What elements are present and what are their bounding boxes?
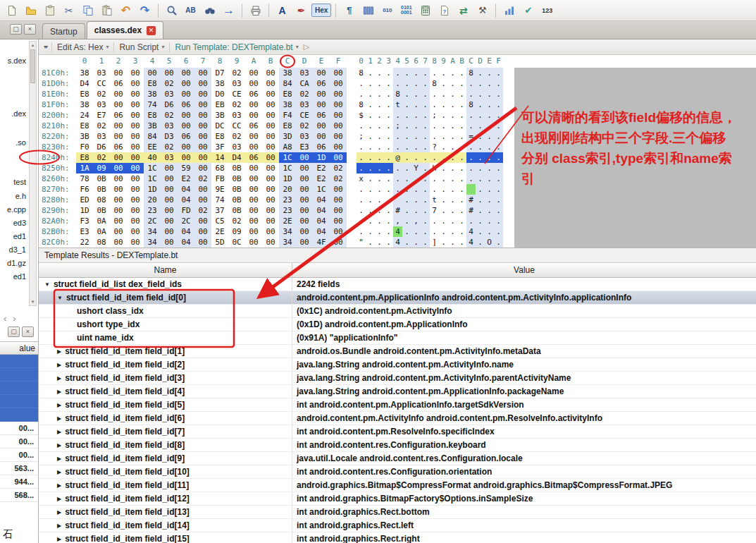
tree-collapsed-icon[interactable]: ▶ (57, 523, 61, 529)
template-row[interactable]: ▶struct field_id_item field_id[2]java.la… (39, 358, 756, 372)
hex-byte[interactable]: E2 (313, 173, 330, 184)
ascii-char[interactable]: # (466, 195, 476, 205)
ascii-char[interactable]: 8 (430, 78, 439, 89)
hex-byte[interactable]: 00 (110, 163, 127, 173)
hex-byte[interactable]: 00 (194, 142, 211, 152)
ascii-char[interactable]: . (357, 195, 366, 205)
hex-byte[interactable]: 06 (110, 110, 127, 121)
hex-byte[interactable]: 00 (313, 68, 330, 78)
ascii-char[interactable]: . (485, 89, 494, 99)
ascii-char[interactable]: . (384, 78, 393, 89)
hex-byte[interactable]: 38 (76, 68, 93, 78)
tree-collapsed-icon[interactable]: ▶ (57, 442, 61, 449)
hex-byte[interactable]: 00 (262, 226, 279, 237)
ascii-char[interactable]: . (366, 195, 375, 205)
hex-byte[interactable]: 00 (194, 195, 211, 205)
hex-byte[interactable]: 1D (279, 173, 296, 184)
ascii-char[interactable]: . (411, 152, 421, 163)
ascii-char[interactable]: 4 (393, 226, 402, 237)
hex-byte[interactable]: 02 (228, 216, 245, 226)
value-row[interactable]: 568... (0, 489, 38, 502)
hex-byte[interactable]: 00 (245, 163, 262, 173)
ascii-char[interactable]: . (494, 131, 503, 142)
hex-byte[interactable]: 00 (194, 131, 211, 142)
hex-byte[interactable]: 00 (245, 110, 262, 121)
ascii-char[interactable]: . (430, 121, 439, 131)
sort-123-icon[interactable]: 123 (538, 2, 556, 19)
ascii-char[interactable]: . (357, 142, 366, 152)
hex-byte[interactable]: D4 (228, 152, 245, 163)
hex-byte[interactable]: 00 (245, 226, 262, 237)
panel-menu-icon[interactable]: ▾▾ (44, 44, 47, 50)
cut-icon[interactable]: ✂ (60, 2, 78, 19)
ascii-char[interactable]: . (466, 121, 476, 131)
hex-byte[interactable]: 0B (228, 205, 245, 216)
ascii-char[interactable]: . (466, 216, 476, 226)
ascii-char[interactable]: . (375, 163, 384, 173)
ascii-char[interactable]: . (411, 89, 421, 99)
hex-byte[interactable]: E8 (279, 121, 296, 131)
check-edit-icon[interactable]: ✔ (519, 2, 537, 19)
hex-byte[interactable]: D6 (93, 142, 110, 152)
hex-byte[interactable]: 00 (161, 195, 178, 205)
ascii-char[interactable] (466, 184, 476, 195)
ascii-char[interactable]: . (375, 184, 384, 195)
hex-byte[interactable]: 00 (127, 78, 144, 89)
ascii-char[interactable]: 8 (357, 99, 366, 110)
hex-byte[interactable]: E8 (144, 110, 161, 121)
hex-byte[interactable]: 00 (262, 184, 279, 195)
ascii-char[interactable] (393, 195, 402, 205)
ascii-char[interactable]: . (375, 131, 384, 142)
ascii-char[interactable]: . (439, 226, 448, 237)
hex-byte[interactable]: 02 (93, 89, 110, 99)
hex-byte[interactable]: 00 (178, 68, 194, 78)
hex-byte[interactable]: 03 (296, 68, 313, 78)
tree-expanded-icon[interactable]: ▼ (44, 281, 50, 288)
ascii-char[interactable]: . (430, 173, 439, 184)
hex-byte[interactable]: 00 (262, 163, 279, 173)
hex-byte[interactable]: E7 (93, 110, 110, 121)
hex-byte[interactable]: 40 (144, 152, 161, 163)
hex-byte[interactable]: E3 (76, 226, 93, 237)
hex-byte[interactable]: 00 (194, 89, 211, 99)
template-row[interactable]: ▶struct field_id_item field_id[6]android… (39, 412, 756, 425)
ascii-char[interactable]: . (375, 173, 384, 184)
hex-byte[interactable]: 02 (161, 142, 178, 152)
hex-byte[interactable]: 03 (228, 78, 245, 89)
scroll-up-icon[interactable]: ▲ (30, 42, 36, 49)
ascii-char[interactable]: . (357, 163, 366, 173)
ascii-char[interactable]: . (411, 142, 421, 152)
ascii-char[interactable]: . (485, 121, 494, 131)
value-row[interactable]: 00... (0, 422, 38, 435)
template-row[interactable]: ▼struct field_id_item field_id[0]android… (39, 291, 756, 305)
ascii-char[interactable]: 8 (393, 89, 402, 99)
ascii-char[interactable]: @ (393, 152, 402, 163)
ascii-char[interactable]: . (439, 99, 448, 110)
hex-byte[interactable]: D4 (76, 78, 93, 89)
ascii-char[interactable]: . (476, 216, 485, 226)
ascii-char[interactable]: . (457, 99, 466, 110)
file-list-item[interactable]: ed3 (13, 219, 26, 227)
hex-byte[interactable]: 00 (127, 68, 144, 78)
ascii-char[interactable]: . (357, 226, 366, 237)
ascii-char[interactable]: . (366, 78, 375, 89)
ascii-char[interactable]: . (384, 237, 393, 248)
ascii-char[interactable]: . (421, 173, 430, 184)
hex-byte[interactable]: 0B (228, 184, 245, 195)
hex-byte[interactable]: 00 (313, 131, 330, 142)
ascii-char[interactable]: 4 (393, 237, 402, 248)
hex-byte[interactable]: 00 (127, 89, 144, 99)
new-file-icon[interactable] (3, 2, 20, 19)
hex-byte[interactable]: 00 (110, 205, 127, 216)
hex-byte[interactable]: 03 (93, 131, 110, 142)
hex-byte[interactable]: 04 (178, 226, 194, 237)
hex-byte[interactable]: 34 (279, 226, 296, 237)
ascii-char[interactable]: . (448, 89, 457, 99)
ascii-char[interactable]: . (494, 68, 503, 78)
hex-byte[interactable]: 00 (262, 195, 279, 205)
hex-byte[interactable]: 1C (144, 163, 161, 173)
hex-byte[interactable]: 37 (211, 205, 228, 216)
ascii-char[interactable]: . (411, 205, 421, 216)
hex-byte[interactable]: 00 (127, 152, 144, 163)
hex-byte[interactable]: 5D (211, 237, 228, 248)
